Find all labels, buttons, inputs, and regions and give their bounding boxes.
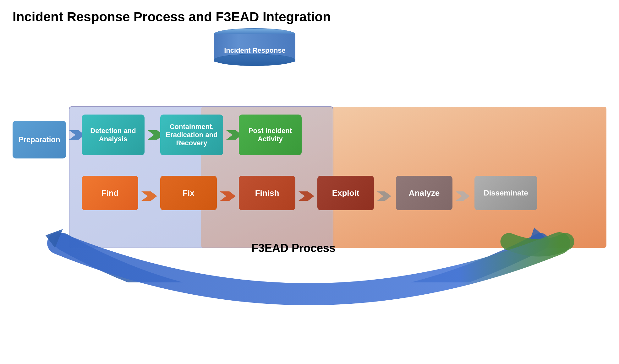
post-incident-box: Post Incident Activity xyxy=(239,115,302,155)
svg-marker-12 xyxy=(456,191,470,201)
detection-analysis-box: Detection and Analysis xyxy=(82,115,145,155)
find-box: Find xyxy=(82,176,138,210)
database-cylinder: Incident Response xyxy=(214,28,295,66)
database-container: Incident Response xyxy=(214,28,295,66)
exploit-box: Exploit xyxy=(317,176,374,210)
svg-marker-13 xyxy=(528,228,550,246)
svg-marker-11 xyxy=(377,191,391,201)
diagram-area: Preparation Detection and Analysis Conta… xyxy=(6,88,613,282)
page-title: Incident Response Process and F3EAD Inte… xyxy=(13,9,331,24)
db-bottom xyxy=(214,54,295,66)
containment-box: Containment, Eradication and Recovery xyxy=(160,115,223,155)
analyze-box: Analyze xyxy=(396,176,452,210)
database-label: Incident Response xyxy=(214,46,296,55)
svg-marker-9 xyxy=(220,191,236,201)
fix-box: Fix xyxy=(160,176,217,210)
preparation-box: Preparation xyxy=(13,121,66,158)
svg-marker-10 xyxy=(299,191,314,201)
f3ead-label: F3EAD Process xyxy=(251,242,336,255)
disseminate-box: Disseminate xyxy=(474,176,537,210)
svg-marker-8 xyxy=(141,191,157,201)
finish-box: Finish xyxy=(239,176,295,210)
